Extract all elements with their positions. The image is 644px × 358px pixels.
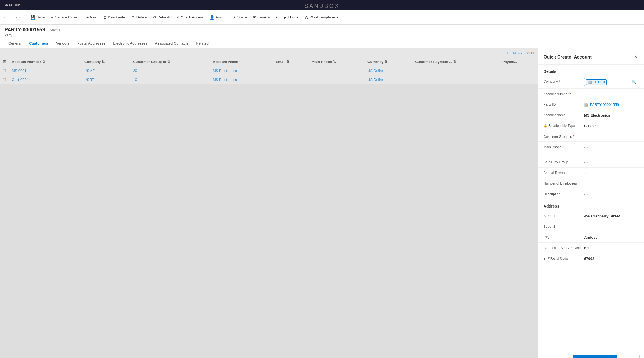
tab-electronic-addresses[interactable]: Electronic Addresses [109,39,151,48]
assign-button[interactable]: 👤 Assign [207,13,229,21]
save-and-close-button[interactable]: Save and Close [573,355,608,358]
sort-icon-phone: ⇅ [333,60,336,64]
row1-currency[interactable]: US Dollar [365,66,412,75]
th-payment[interactable]: Payme... [500,57,538,66]
label-company: Company * [544,78,584,84]
new-account-button[interactable]: + + New Account [507,51,534,55]
word-templates-button[interactable]: W Word Templates ▾ [302,13,341,21]
th-main-phone[interactable]: Main Phone ⇅ [309,57,365,66]
delete-label: Delete [136,15,147,19]
save-button[interactable]: 💾 Save [28,13,48,21]
forward-button[interactable]: › [8,13,13,21]
row2-customer-payment: --- [412,75,500,84]
flow-button[interactable]: ▶ Flow ▾ [281,13,301,21]
company-chip: 🏢 USPI × [586,79,607,85]
back-icon: ‹ [4,15,5,20]
select-all-checkbox[interactable]: ☑ [3,60,6,64]
table-row: ☐ Cust-00044 USRT 10 MS Electronics --- … [0,75,538,84]
th-company[interactable]: Company ⇅ [81,57,130,66]
quick-create-close-button[interactable]: × [633,53,638,61]
tab-vendors[interactable]: Vendors [52,39,73,48]
th-customer-payment[interactable]: Customer Payment ... ⇅ [412,57,500,66]
th-account-number[interactable]: Account Number ⇅ [9,57,81,66]
cancel-button[interactable]: Cancel [619,355,640,358]
details-section-title: Details [538,65,644,76]
delete-button[interactable]: 🗑 Delete [128,13,150,21]
row1-company[interactable]: USMF [81,66,130,75]
email-icon: ✉ [253,15,256,20]
row2-currency[interactable]: US Dollar [365,75,412,84]
th-currency[interactable]: Currency ⇅ [365,57,412,66]
label-sales-tax-group: Sales Tax Group [544,159,584,164]
value-description: --- [584,191,638,196]
row2-email: --- [273,75,309,84]
field-street-1: Street 1 456 Cranberry Street [538,211,644,221]
row1-account-number[interactable]: MS-0001 [9,66,81,75]
label-zip-code: ZIP/Postal Code [544,255,584,261]
value-zip-code: 67002 [584,255,638,261]
tab-associated-contacts[interactable]: Associated Contacts [151,39,192,48]
value-street-1: 456 Cranberry Street [584,213,638,218]
share-button[interactable]: ↗ Share [230,13,250,21]
row2-account-name[interactable]: MS Electronics [210,75,273,84]
pop-out-button[interactable]: ▭ [14,13,22,21]
customers-panel: + + New Account ☑ Account Number ⇅ [0,48,538,358]
party-id-icon: 🏢 [584,103,588,107]
save-close-button[interactable]: ✔ Save & Close [48,13,80,21]
field-description: Description --- [538,189,644,199]
company-chip-remove-button[interactable]: × [603,80,605,84]
company-chip-value: USPI [593,80,601,84]
address-section-title: Address [538,199,644,211]
share-icon: ↗ [233,15,236,20]
tab-general[interactable]: General [4,39,25,48]
label-account-number: Account Number * [544,91,584,96]
label-number-of-employees: Number of Employees [544,180,584,185]
row2-check[interactable]: ☐ [0,75,9,84]
sort-icon-company: ⇅ [102,60,105,64]
company-input-wrap[interactable]: 🏢 USPI × 🔍 [584,78,638,86]
new-account-plus-icon: + [507,51,509,55]
row2-company[interactable]: USRT [81,75,130,84]
nav-arrows: ‹ › ▭ [2,13,22,21]
new-button[interactable]: + New [84,13,100,21]
toolbar: ‹ › ▭ 💾 Save ✔ Save & Close + New ⊘ Deac… [0,10,644,25]
row1-account-name[interactable]: MS Electronics [210,66,273,75]
th-email[interactable]: Email ⇅ [273,57,309,66]
label-state-province: Address 1: State/Province [544,245,584,250]
label-customer-group-id: Customer Group Id * [544,133,584,139]
deactivate-button[interactable]: ⊘ Deactivate [100,13,128,21]
field-customer-group-id: Customer Group Id * --- [538,131,644,142]
company-search-icon[interactable]: 🔍 [632,80,636,84]
row2-account-number[interactable]: Cust-00044 [9,75,81,84]
label-account-name: Account Name [544,112,584,117]
word-templates-dropdown-icon: ▾ [337,15,339,19]
field-company: Company * 🏢 USPI × 🔍 [538,76,644,89]
refresh-button[interactable]: ↺ Refresh [150,13,173,21]
row2-customer-group-id[interactable]: 10 [130,75,210,84]
th-account-name[interactable]: Account Name ↑ [210,57,273,66]
th-check: ☑ [0,57,9,66]
tab-customers[interactable]: Customers [25,39,52,48]
sandbox-label: SANDBOX [305,3,340,9]
row1-check[interactable]: ☐ [0,66,9,75]
tab-related[interactable]: Related [192,39,212,48]
tab-bar: General Customers Vendors Postal Address… [4,39,640,48]
value-account-number: --- [584,91,638,96]
word-icon: W [305,15,308,20]
main-content: + + New Account ☑ Account Number ⇅ [0,48,644,358]
required-star-company: * [559,79,560,84]
tab-postal-addresses[interactable]: Postal Addresses [73,39,109,48]
th-customer-group-id[interactable]: Customer Group Id ⇅ [130,57,210,66]
save-close-dropdown-button[interactable]: ▾ [609,355,617,358]
refresh-icon: ↺ [153,15,156,20]
row1-customer-group-id[interactable]: 20 [130,66,210,75]
table-row: ☐ MS-0001 USMF 20 MS Electronics --- ---… [0,66,538,75]
email-link-button[interactable]: ✉ Email a Link [250,13,280,21]
label-city: City [544,234,584,239]
label-main-phone: Main Phone [544,144,584,149]
party-id-link[interactable]: 🏢 PARTY-00001559 [584,103,638,107]
back-button[interactable]: ‹ [2,13,7,21]
panel-overlay [0,48,538,358]
check-access-button[interactable]: ✔ Check Access [174,13,207,21]
toolbar-separator-1 [26,13,26,21]
